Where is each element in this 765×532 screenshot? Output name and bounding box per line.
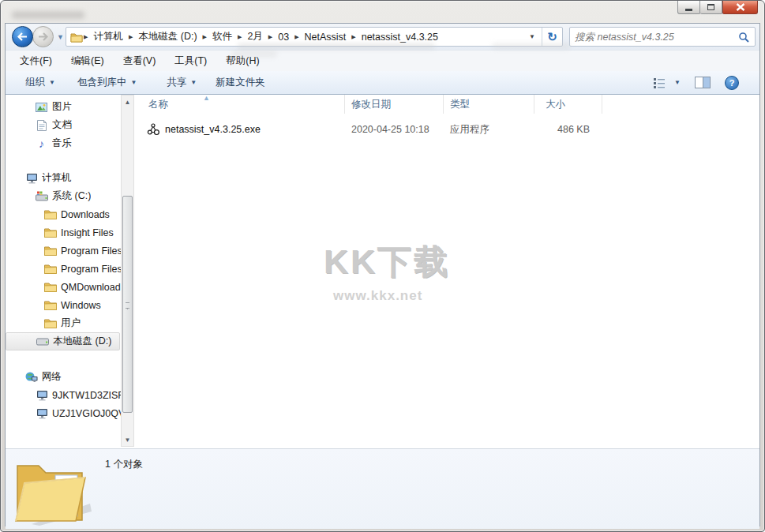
breadcrumb-month[interactable]: 2月 — [242, 30, 267, 43]
network-pc-icon — [35, 408, 48, 419]
exe-network-app-icon — [147, 123, 160, 136]
sidebar-item-downloads[interactable]: Downloads — [6, 205, 136, 223]
watermark-title: KK下载 — [324, 239, 450, 285]
maximize-button[interactable] — [700, 1, 722, 14]
back-arrow-icon — [17, 32, 28, 41]
large-folder-icon — [8, 455, 93, 527]
breadcrumb-separator-icon: ▶ — [294, 34, 299, 40]
maximize-icon — [707, 4, 714, 10]
breadcrumb-separator-icon: ▶ — [83, 34, 88, 40]
site-watermark: KK下载 www.kkx.net — [324, 239, 450, 304]
close-button[interactable] — [722, 1, 758, 14]
breadcrumb-03[interactable]: 03 — [273, 32, 294, 43]
caption-buttons — [677, 1, 758, 14]
file-name: netassist_v4.3.25.exe — [165, 124, 261, 135]
sidebar-item-system-c[interactable]: 系统 (C:) — [6, 187, 136, 205]
share-button[interactable]: 共享 ▼ — [167, 76, 197, 89]
blurred-window-title — [12, 11, 84, 19]
file-row-netassist-exe[interactable]: netassist_v4.3.25.exe 2020-04-25 10:18 应… — [136, 120, 602, 139]
sidebar-item-music[interactable]: ♪ 音乐 — [6, 134, 136, 152]
sidebar-item-network-pc-2[interactable]: UZJ1VGIOJ0QV — [6, 404, 136, 422]
watermark-url: www.kkx.net — [333, 288, 450, 304]
file-size: 486 KB — [557, 124, 590, 135]
sidebar-item-network[interactable]: 网络 — [6, 368, 136, 386]
chevron-down-icon: ▼ — [130, 79, 137, 86]
help-button[interactable]: ? — [725, 76, 739, 90]
back-button[interactable] — [12, 26, 33, 47]
menu-file[interactable]: 文件(F) — [20, 54, 52, 68]
menu-view[interactable]: 查看(V) — [123, 54, 156, 68]
breadcrumb-computer[interactable]: 计算机 — [88, 30, 128, 43]
music-note-icon: ♪ — [35, 137, 48, 150]
share-label: 共享 — [167, 76, 186, 89]
sidebar-item-label: Downloads — [61, 209, 110, 220]
breadcrumb-separator-icon: ▶ — [128, 34, 133, 40]
breadcrumb-separator-icon: ▶ — [237, 34, 242, 40]
file-list: ▲ 名称 修改日期 类型 大小 — [136, 95, 759, 448]
sidebar-item-users[interactable]: 用户 — [6, 314, 136, 332]
folder-icon — [43, 264, 57, 274]
folder-icon — [43, 209, 57, 219]
details-pane: 1 个对象 — [6, 448, 759, 529]
file-type-cell: 应用程序 — [444, 123, 534, 137]
navigation-pane: 图片 文档 ♪ 音乐 计算机 系统 (C:) — [6, 95, 136, 448]
column-header-date[interactable]: 修改日期 — [345, 95, 444, 114]
sidebar-item-pictures[interactable]: 图片 — [6, 98, 136, 116]
views-button[interactable]: ▼ — [653, 77, 681, 88]
column-header-type[interactable]: 类型 — [444, 95, 534, 114]
address-dropdown-icon[interactable]: ▼ — [523, 33, 542, 40]
drive-icon — [36, 338, 49, 346]
sidebar-item-label: 本地磁盘 (D:) — [53, 335, 111, 348]
folder-icon — [43, 318, 57, 328]
column-header-name[interactable]: 名称 — [136, 95, 345, 114]
include-in-library-button[interactable]: 包含到库中 ▼ — [77, 76, 137, 89]
forward-button[interactable] — [32, 26, 54, 47]
breadcrumb-netassist[interactable]: NetAssist — [300, 32, 351, 43]
sidebar-item-program-files-2[interactable]: Program Files — [6, 260, 136, 278]
sidebar-item-insight-files[interactable]: Insight Files — [6, 223, 136, 242]
main-area: 图片 文档 ♪ 音乐 计算机 系统 (C:) — [6, 95, 759, 448]
file-date-cell: 2020-04-25 10:18 — [345, 124, 444, 135]
sidebar-item-label: 计算机 — [42, 171, 72, 185]
column-header-size[interactable]: 大小 — [534, 95, 602, 114]
computer-icon — [24, 173, 38, 184]
sidebar-item-label: 9JKTW1D3ZISFV — [52, 390, 130, 401]
sidebar-item-program-files[interactable]: Program Files — [6, 242, 136, 260]
new-folder-label: 新建文件夹 — [216, 76, 265, 89]
menu-edit[interactable]: 编辑(E) — [71, 54, 104, 68]
sidebar-item-computer[interactable]: 计算机 — [6, 169, 136, 187]
scroll-up-icon[interactable]: ▲ — [122, 96, 133, 108]
menu-bar: 文件(F) 编辑(E) 查看(V) 工具(T) 帮助(H) — [6, 51, 759, 71]
sidebar-item-label: 网络 — [42, 370, 62, 384]
sidebar-item-qmdownload[interactable]: QMDownload — [6, 278, 136, 296]
breadcrumb-separator-icon: ▶ — [202, 34, 208, 40]
breadcrumb-drive-d[interactable]: 本地磁盘 (D:) — [133, 30, 201, 43]
tree-scrollbar[interactable]: ▲ ▼ — [121, 95, 134, 447]
sidebar-item-label: UZJ1VGIOJ0QV — [52, 408, 125, 419]
organize-button[interactable]: 组织 ▼ — [25, 76, 55, 89]
sidebar-item-windows[interactable]: Windows — [6, 296, 136, 314]
sidebar-item-label: Insight Files — [61, 227, 114, 238]
new-folder-button[interactable]: 新建文件夹 — [216, 76, 265, 89]
file-size-cell: 486 KB — [534, 124, 602, 135]
search-input[interactable] — [570, 32, 738, 43]
tree-section-gap — [6, 152, 136, 169]
menu-tools[interactable]: 工具(T) — [174, 54, 207, 68]
breadcrumb-current-folder[interactable]: netassist_v4.3.25 — [357, 32, 443, 43]
sidebar-item-network-pc-1[interactable]: 9JKTW1D3ZISFV — [6, 386, 136, 404]
scroll-down-icon[interactable]: ▼ — [122, 433, 133, 446]
sidebar-item-label: Windows — [61, 300, 101, 311]
breadcrumb-separator-icon: ▶ — [268, 34, 273, 40]
status-item-count: 1 个对象 — [105, 458, 143, 471]
preview-pane-button[interactable] — [695, 77, 711, 88]
breadcrumb-software[interactable]: 软件 — [208, 30, 237, 43]
blurred-overlay — [231, 51, 277, 57]
sidebar-item-label: QMDownload — [61, 282, 121, 293]
minimize-button[interactable] — [677, 1, 700, 14]
scroll-thumb[interactable] — [122, 196, 133, 413]
close-icon — [736, 3, 745, 11]
sidebar-item-documents[interactable]: 文档 — [6, 116, 136, 134]
recent-locations-chevron-icon[interactable]: ▼ — [57, 33, 64, 41]
search-icon[interactable] — [738, 32, 755, 43]
sidebar-item-local-disk-d[interactable]: 本地磁盘 (D:) — [6, 332, 120, 350]
